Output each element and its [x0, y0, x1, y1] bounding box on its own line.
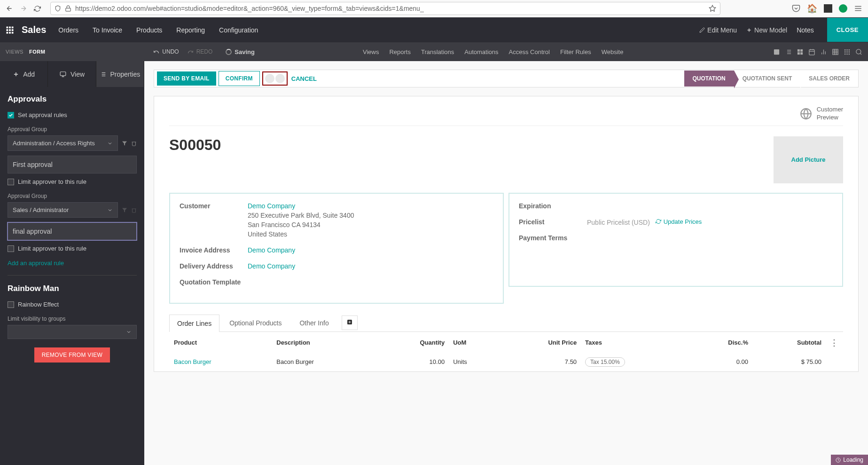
- customer-preview-button[interactable]: Customer Preview: [800, 106, 843, 122]
- new-model-button[interactable]: New Model: [746, 26, 787, 34]
- url-bar[interactable]: https://demo2.odoo.com/web#action=studio…: [50, 2, 720, 15]
- kebab-icon[interactable]: ⋮: [830, 338, 838, 347]
- th-subtotal: Subtotal: [753, 333, 825, 353]
- add-tab-button[interactable]: [342, 315, 358, 330]
- limit-approver-label-2: Limit approver to this rule: [18, 245, 86, 252]
- undo-button[interactable]: UNDO: [153, 48, 179, 55]
- stage-quotation[interactable]: QUOTATION: [684, 71, 734, 87]
- svg-rect-6: [9, 26, 11, 28]
- svg-rect-23: [798, 49, 800, 51]
- back-icon[interactable]: [6, 5, 13, 12]
- svg-point-47: [849, 53, 850, 55]
- rainbow-title: Rainbow Man: [8, 284, 137, 293]
- browser-chrome: https://demo2.odoo.com/web#action=studio…: [0, 0, 868, 17]
- divider: [8, 275, 137, 276]
- stage-quotation-sent[interactable]: QUOTATION SENT: [734, 71, 801, 87]
- notes-button[interactable]: Notes: [797, 26, 814, 34]
- add-picture-button[interactable]: Add Picture: [774, 136, 843, 183]
- ext-icon-1[interactable]: 🏠: [807, 3, 817, 14]
- forward-icon[interactable]: [20, 5, 27, 12]
- trash-icon[interactable]: [131, 207, 137, 213]
- view-calendar-icon[interactable]: [808, 48, 815, 55]
- update-prices-button[interactable]: Update Prices: [656, 218, 702, 225]
- view-pivot-icon[interactable]: [832, 48, 839, 55]
- apps-grid-icon[interactable]: [6, 26, 14, 34]
- nav-products[interactable]: Products: [136, 26, 162, 34]
- ext-icon-2[interactable]: [824, 4, 832, 13]
- limit-groups-select[interactable]: [8, 325, 137, 339]
- approval-avatars-highlight[interactable]: [262, 71, 288, 86]
- svg-rect-27: [809, 49, 814, 55]
- limit-approver-checkbox-2[interactable]: [8, 245, 14, 252]
- menu-filter-rules[interactable]: Filter Rules: [560, 48, 591, 55]
- pricelist-value: Public Pricelist (USD): [587, 218, 650, 226]
- nav-orders[interactable]: Orders: [58, 26, 78, 34]
- view-list-icon[interactable]: [785, 48, 792, 55]
- bookmark-star-icon[interactable]: [709, 5, 716, 12]
- trash-icon[interactable]: [131, 141, 137, 146]
- table-row[interactable]: Bacon Burger Bacon Burger 10.00 Units 7.…: [170, 354, 842, 370]
- set-approval-rules-checkbox[interactable]: [8, 112, 14, 118]
- document-title: S00050: [169, 136, 221, 154]
- form-editor: SEND BY EMAIL CONFIRM CANCEL QUOTATION Q…: [144, 61, 868, 465]
- stage-sales-order[interactable]: SALES ORDER: [800, 71, 858, 87]
- tab-view[interactable]: View: [48, 61, 96, 87]
- view-form-icon[interactable]: [773, 48, 780, 55]
- limit-approver-checkbox-1[interactable]: [8, 179, 14, 185]
- rule1-description-input[interactable]: [8, 156, 137, 173]
- menu-automations[interactable]: Automations: [464, 48, 498, 55]
- remove-from-view-button[interactable]: REMOVE FROM VIEW: [34, 347, 110, 363]
- menu-translations[interactable]: Translations: [421, 48, 454, 55]
- th-quantity: Quantity: [375, 333, 449, 353]
- customer-link[interactable]: Demo Company: [248, 202, 493, 210]
- plus-icon: [13, 71, 19, 78]
- filter-icon[interactable]: [122, 207, 127, 213]
- svg-rect-0: [66, 8, 71, 11]
- cancel-button[interactable]: CANCEL: [291, 75, 317, 82]
- app-name[interactable]: Sales: [22, 24, 46, 35]
- search-icon[interactable]: [855, 48, 862, 55]
- reload-icon[interactable]: [34, 5, 41, 12]
- tab-order-lines[interactable]: Order Lines: [169, 315, 219, 332]
- menu-reports[interactable]: Reports: [389, 48, 411, 55]
- add-approval-rule-link[interactable]: Add an approval rule: [8, 260, 137, 267]
- pocket-icon[interactable]: [792, 4, 800, 13]
- svg-point-48: [856, 49, 861, 54]
- view-grid-icon[interactable]: [844, 48, 851, 55]
- close-button[interactable]: CLOSE: [827, 18, 868, 42]
- menu-website[interactable]: Website: [602, 48, 624, 55]
- approval-group-select-1[interactable]: Administration / Access Rights: [8, 135, 118, 151]
- tab-add[interactable]: Add: [0, 61, 48, 87]
- tab-other-info[interactable]: Other Info: [291, 314, 336, 331]
- edit-menu-button[interactable]: Edit Menu: [699, 26, 737, 34]
- confirm-button[interactable]: CONFIRM: [219, 71, 260, 86]
- filter-icon[interactable]: [122, 141, 127, 146]
- svg-rect-5: [7, 26, 8, 28]
- menu-views[interactable]: Views: [363, 48, 379, 55]
- th-taxes: Taxes: [581, 333, 688, 353]
- approval-group-select-2[interactable]: Sales / Administrator: [8, 202, 118, 218]
- send-by-email-button[interactable]: SEND BY EMAIL: [157, 71, 216, 86]
- nav-configuration[interactable]: Configuration: [219, 26, 258, 34]
- tab-properties[interactable]: Properties: [96, 61, 144, 87]
- svg-rect-9: [9, 29, 11, 31]
- nav-to-invoice[interactable]: To Invoice: [93, 26, 122, 34]
- rule2-description-input[interactable]: [8, 222, 137, 240]
- nav-reporting[interactable]: Reporting: [176, 26, 205, 34]
- svg-marker-59: [122, 208, 127, 212]
- view-kanban-icon[interactable]: [797, 48, 804, 55]
- rainbow-effect-checkbox[interactable]: [8, 301, 14, 308]
- customer-addr1: 250 Executive Park Blvd, Suite 3400: [248, 212, 493, 219]
- row-product[interactable]: Bacon Burger: [174, 358, 211, 365]
- ext-icon-3[interactable]: [839, 4, 847, 13]
- delivery-link[interactable]: Demo Company: [248, 262, 295, 270]
- svg-point-39: [845, 49, 846, 50]
- views-breadcrumb[interactable]: VIEWS: [6, 49, 23, 55]
- tab-optional-products[interactable]: Optional Products: [221, 314, 289, 331]
- invoice-link[interactable]: Demo Company: [248, 246, 295, 254]
- row-tax-chip: Tax 15.00%: [585, 357, 625, 367]
- view-gantt-icon[interactable]: [820, 48, 827, 55]
- approvals-title: Approvals: [8, 95, 137, 104]
- hamburger-icon[interactable]: [854, 4, 862, 13]
- menu-access-control[interactable]: Access Control: [509, 48, 550, 55]
